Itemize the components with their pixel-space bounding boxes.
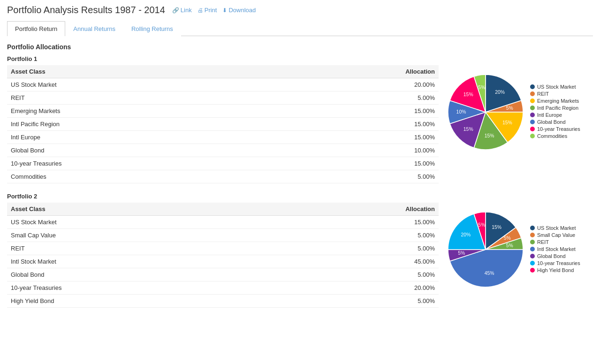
col-asset-class-1: Asset Class [7,65,271,78]
legend-dot [530,113,535,117]
legend-dot [530,106,535,110]
svg-text:5%: 5% [504,235,511,241]
legend-label: Intl Stock Market [537,246,576,252]
legend-item: US Stock Market [530,84,580,90]
portfolio2-chart-and-legend: 15%5%5%45%5%20%5% US Stock MarketSmall C… [448,212,580,287]
allocation-cell: 15.00% [271,118,439,131]
legend-item: Global Bond [530,119,580,125]
allocation-cell: 20.00% [271,281,439,295]
svg-text:5%: 5% [478,85,485,90]
table-row: Intl Stock Market45.00% [7,255,439,268]
portfolio2-table-wrap: Asset Class Allocation US Stock Market15… [7,203,439,308]
print-button[interactable]: 🖨 Print [197,7,217,14]
table-row: Global Bond5.00% [7,268,439,281]
legend-label: Small Cap Value [537,232,575,238]
legend-dot [530,134,535,138]
legend-item: Intl Pacific Region [530,105,580,111]
table-row: Intl Pacific Region15.00% [7,118,439,131]
portfolio1-title: Portfolio 1 [7,55,593,62]
legend-label: Commodities [537,133,567,139]
asset-cell: REIT [7,242,271,255]
allocation-cell: 15.00% [271,131,439,144]
link-button[interactable]: 🔗 Link [172,7,192,14]
legend-item: High Yield Bond [530,267,580,273]
portfolio2-chart-wrap: 15%5%5%45%5%20%5% US Stock MarketSmall C… [448,203,593,287]
legend-label: 10-year Treasuries [537,126,580,132]
portfolio1-chart-and-legend: 20%5%15%15%15%10%15%5% US Stock MarketRE… [448,75,580,150]
allocation-cell: 10.00% [271,144,439,157]
table-row: Small Cap Value5.00% [7,229,439,242]
legend-dot [530,226,535,230]
table-row: 10-year Treasuries20.00% [7,281,439,295]
asset-cell: REIT [7,91,271,105]
legend-dot [530,91,535,96]
download-label: Download [228,7,256,14]
svg-text:15%: 15% [492,225,501,230]
print-label: Print [205,7,217,14]
svg-text:15%: 15% [463,92,473,97]
svg-text:45%: 45% [485,271,494,276]
portfolio1-table: Asset Class Allocation US Stock Market20… [7,65,439,183]
svg-text:15%: 15% [485,133,494,138]
legend-item: REIT [530,239,580,245]
portfolio2-pie: 15%5%5%45%5%20%5% [448,212,523,287]
legend-item: Intl Stock Market [530,246,580,252]
asset-cell: US Stock Market [7,78,271,91]
svg-text:15%: 15% [502,120,512,125]
download-button[interactable]: ⬇ Download [222,7,256,14]
svg-text:5%: 5% [506,106,513,111]
table-row: 10-year Treasuries15.00% [7,157,439,170]
legend-item: US Stock Market [530,225,580,231]
legend-label: Global Bond [537,253,566,259]
svg-text:20%: 20% [461,232,471,237]
allocation-cell: 5.00% [271,242,439,255]
legend-item: Global Bond [530,253,580,259]
legend-dot [530,127,535,131]
legend-item: 10-year Treasuries [530,126,580,132]
portfolio2-legend: US Stock MarketSmall Cap ValueREITIntl S… [530,225,580,274]
legend-item: 10-year Treasuries [530,260,580,266]
legend-label: Emerging Markets [537,98,579,104]
table-row: Emerging Markets15.00% [7,105,439,118]
legend-dot [530,233,535,237]
legend-dot [530,99,535,103]
legend-item: Commodities [530,133,580,139]
legend-dot [530,254,535,258]
asset-cell: Global Bond [7,144,271,157]
table-row: US Stock Market15.00% [7,216,439,229]
tab-annual-returns[interactable]: Annual Returns [65,21,123,36]
allocation-cell: 15.00% [271,157,439,170]
portfolio1-header-row: Asset Class Allocation [7,65,439,78]
svg-text:5%: 5% [478,222,485,228]
portfolio1-layout: Asset Class Allocation US Stock Market20… [7,65,593,183]
svg-text:5%: 5% [506,243,513,248]
asset-cell: 10-year Treasuries [7,157,271,170]
asset-cell: Commodities [7,170,271,183]
allocation-cell: 15.00% [271,105,439,118]
tab-portfolio-return[interactable]: Portfolio Return [7,21,65,36]
table-row: REIT5.00% [7,91,439,105]
allocation-cell: 5.00% [271,295,439,308]
col-asset-class-2: Asset Class [7,203,271,216]
allocation-cell: 5.00% [271,170,439,183]
legend-item: Small Cap Value [530,232,580,238]
page-header: Portfolio Analysis Results 1987 - 2014 🔗… [7,5,593,15]
legend-label: 10-year Treasuries [537,260,580,266]
legend-item: Emerging Markets [530,98,580,104]
legend-dot [530,261,535,265]
legend-item: REIT [530,91,580,97]
portfolio1-chart-wrap: 20%5%15%15%15%10%15%5% US Stock MarketRE… [448,65,593,150]
tab-rolling-returns[interactable]: Rolling Returns [123,21,181,36]
legend-item: Intl Europe [530,112,580,118]
table-row: Commodities5.00% [7,170,439,183]
table-row: REIT5.00% [7,242,439,255]
svg-text:10%: 10% [456,109,466,114]
asset-cell: 10-year Treasuries [7,281,271,295]
legend-label: US Stock Market [537,225,576,231]
legend-label: Global Bond [537,119,566,125]
table-row: Intl Europe15.00% [7,131,439,144]
allocation-cell: 45.00% [271,255,439,268]
legend-label: High Yield Bond [537,267,574,273]
portfolio1-legend: US Stock MarketREITEmerging MarketsIntl … [530,84,580,140]
legend-label: Intl Pacific Region [537,105,578,111]
